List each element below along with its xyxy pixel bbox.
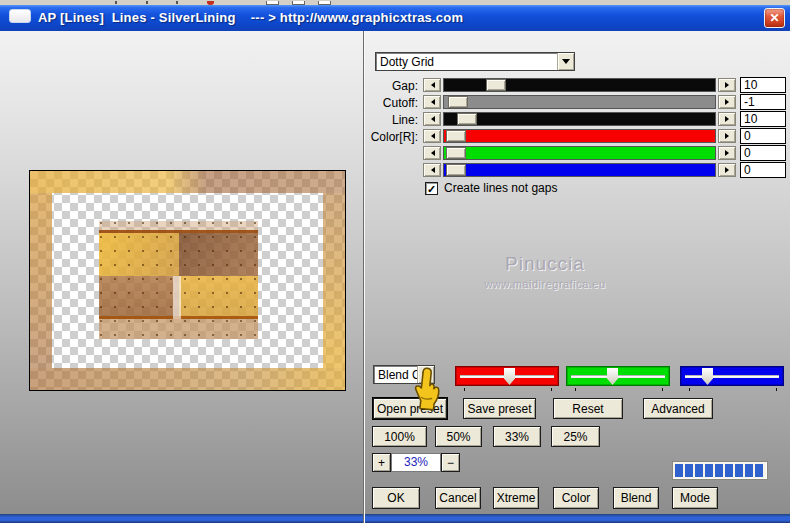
- slider-track[interactable]: [443, 95, 716, 109]
- slider-increment-icon[interactable]: [718, 95, 736, 109]
- progress-segment: [725, 464, 733, 477]
- progress-segment: [695, 464, 703, 477]
- preview-border-right: [323, 193, 345, 368]
- titlebar[interactable]: AP [Lines] Lines - SilverLining --- > ht…: [0, 5, 790, 31]
- background-toolbar-icon: [115, 1, 117, 4]
- slider-increment-icon[interactable]: [718, 129, 736, 143]
- slider-thumb[interactable]: [446, 130, 466, 142]
- bar-tick: [776, 388, 777, 391]
- create-lines-checkbox-label: Create lines not gaps: [444, 181, 557, 195]
- preview-border-left: [30, 193, 52, 368]
- zoom-50-button[interactable]: 50%: [435, 426, 482, 447]
- slider-track[interactable]: [443, 129, 716, 143]
- slider-row-gap: Gap: 10: [333, 78, 788, 93]
- advanced-button[interactable]: Advanced: [643, 398, 713, 419]
- slider-thumb[interactable]: [448, 96, 468, 108]
- bar-tick: [662, 388, 663, 391]
- check-icon: ✓: [427, 183, 436, 195]
- zoom-level-value: 33%: [391, 453, 441, 472]
- slider-decrement-icon[interactable]: [423, 146, 441, 160]
- progress-segment: [705, 464, 713, 477]
- slider-decrement-icon[interactable]: [423, 95, 441, 109]
- slider-decrement-icon[interactable]: [423, 78, 441, 92]
- bar-groove: [571, 375, 665, 378]
- slider-row-color-r: Color[R]: 0: [333, 129, 788, 144]
- background-toolbar-icon: [146, 1, 148, 4]
- blend-button[interactable]: Blend: [613, 487, 659, 509]
- create-lines-checkbox-row: ✓ Create lines not gaps: [425, 181, 557, 195]
- reset-button[interactable]: Reset: [553, 398, 623, 419]
- dialog-body: Dotty Grid Gap: 10 Cutoff: -1 Line:: [0, 31, 790, 514]
- slider-thumb[interactable]: [446, 147, 466, 159]
- slider-decrement-icon[interactable]: [423, 112, 441, 126]
- screen: AP [Lines] Lines - SilverLining --- > ht…: [0, 0, 790, 523]
- open-preset-button[interactable]: Open preset: [373, 398, 447, 419]
- progress-segment: [755, 464, 763, 477]
- slider-increment-icon[interactable]: [718, 163, 736, 177]
- slider-row-color-b: 0: [333, 163, 788, 178]
- blend-op-select[interactable]: Blend Op: [373, 365, 435, 384]
- progress-segment: [715, 464, 723, 477]
- slider-value-field[interactable]: 0: [740, 162, 786, 178]
- slider-thumb[interactable]: [446, 164, 466, 176]
- red-channel-bar[interactable]: [455, 366, 559, 386]
- green-channel-bar[interactable]: [566, 366, 670, 386]
- slider-thumb[interactable]: [457, 113, 477, 125]
- bar-tick: [689, 388, 690, 391]
- color-button[interactable]: Color: [553, 487, 599, 509]
- chevron-down-icon[interactable]: [417, 366, 434, 383]
- bar-tick: [464, 388, 465, 391]
- panel-divider-highlight: [364, 31, 365, 523]
- slider-row-color-g: 0: [333, 146, 788, 161]
- mode-button[interactable]: Mode: [672, 487, 718, 509]
- ok-button[interactable]: OK: [372, 487, 420, 509]
- slider-label: Cutoff:: [333, 96, 418, 110]
- slider-value-field[interactable]: -1: [740, 94, 786, 110]
- red-channel-thumb[interactable]: [504, 368, 515, 385]
- slider-increment-icon[interactable]: [718, 146, 736, 160]
- progress-segment: [735, 464, 743, 477]
- slider-value-field[interactable]: 0: [740, 145, 786, 161]
- bar-tick: [575, 388, 576, 391]
- slider-track[interactable]: [443, 163, 716, 177]
- slider-track[interactable]: [443, 78, 716, 92]
- zoom-in-button[interactable]: +: [372, 453, 391, 472]
- blue-channel-thumb[interactable]: [702, 368, 713, 385]
- slider-label: Gap:: [333, 79, 418, 93]
- zoom-100-button[interactable]: 100%: [372, 426, 427, 447]
- blue-channel-bar[interactable]: [680, 366, 784, 386]
- preview-dot-grid: [99, 221, 258, 339]
- progress-segment: [685, 464, 693, 477]
- chevron-down-icon[interactable]: [557, 53, 574, 70]
- slider-value-field[interactable]: 10: [740, 77, 786, 93]
- slider-decrement-icon[interactable]: [423, 163, 441, 177]
- slider-label: Line:: [333, 113, 418, 127]
- save-preset-button[interactable]: Save preset: [463, 398, 536, 419]
- titlebar-app-icon: [9, 9, 31, 23]
- slider-decrement-icon[interactable]: [423, 129, 441, 143]
- slider-value-field[interactable]: 0: [740, 128, 786, 144]
- zoom-25-button[interactable]: 25%: [551, 426, 600, 447]
- preview-center-image: [99, 221, 258, 339]
- create-lines-checkbox[interactable]: ✓: [425, 182, 438, 195]
- slider-track[interactable]: [443, 146, 716, 160]
- bar-groove: [685, 375, 779, 378]
- cancel-button[interactable]: Cancel: [435, 487, 481, 509]
- window-title: AP [Lines] Lines - SilverLining --- > ht…: [38, 10, 463, 25]
- filter-preview-canvas[interactable]: [29, 170, 346, 391]
- slider-value-field[interactable]: 10: [740, 111, 786, 127]
- zoom-33-button[interactable]: 33%: [493, 426, 541, 447]
- slider-track[interactable]: [443, 112, 716, 126]
- slider-increment-icon[interactable]: [718, 112, 736, 126]
- blend-op-select-value: Blend Op: [374, 368, 417, 382]
- xtreme-button[interactable]: Xtreme: [493, 487, 539, 509]
- progress-segment: [745, 464, 753, 477]
- preset-select[interactable]: Dotty Grid: [375, 52, 575, 71]
- close-icon[interactable]: ✕: [764, 8, 785, 28]
- zoom-out-button[interactable]: −: [441, 453, 460, 472]
- watermark-url: www.maidiregrafica.eu: [430, 278, 660, 290]
- slider-thumb[interactable]: [486, 79, 506, 91]
- slider-increment-icon[interactable]: [718, 78, 736, 92]
- green-channel-thumb[interactable]: [607, 368, 618, 385]
- progress-segment: [675, 464, 683, 477]
